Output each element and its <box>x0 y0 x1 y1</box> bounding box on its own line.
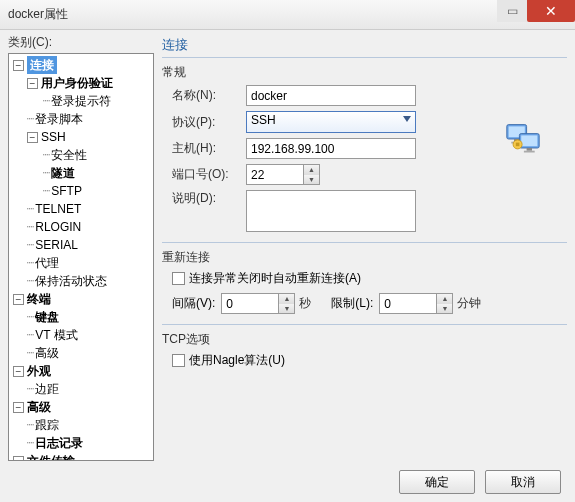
tree-advanced-terminal[interactable]: ┈高级 <box>9 344 153 362</box>
collapse-icon[interactable]: − <box>13 60 24 71</box>
interval-spinner[interactable]: ▲▼ <box>221 293 295 314</box>
svg-rect-5 <box>521 135 537 146</box>
minutes-label: 分钟 <box>457 295 481 312</box>
nagle-checkbox[interactable] <box>172 354 185 367</box>
tree-logging[interactable]: ┈日志记录 <box>9 434 153 452</box>
tcp-title: TCP选项 <box>162 331 567 348</box>
window-title: docker属性 <box>8 6 68 23</box>
tree-user-auth[interactable]: −用户身份验证 <box>9 74 153 92</box>
protocol-label: 协议(P): <box>162 114 246 131</box>
spin-up-icon[interactable]: ▲ <box>279 294 294 304</box>
reconnect-title: 重新连接 <box>162 249 567 266</box>
category-label: 类别(C): <box>8 34 154 51</box>
port-label: 端口号(O): <box>162 166 246 183</box>
tree-terminal[interactable]: −终端 <box>9 290 153 308</box>
close-button[interactable]: ✕ <box>527 0 575 22</box>
tree-ssh[interactable]: −SSH <box>9 128 153 146</box>
limit-label: 限制(L): <box>331 295 373 312</box>
collapse-icon[interactable]: − <box>13 456 24 462</box>
tree-serial[interactable]: ┈SERIAL <box>9 236 153 254</box>
tree-file-transfer[interactable]: −文件传输 <box>9 452 153 461</box>
host-input[interactable] <box>246 138 416 159</box>
tree-sftp[interactable]: ┈SFTP <box>9 182 153 200</box>
collapse-icon[interactable]: − <box>27 78 38 89</box>
auto-reconnect-checkbox[interactable] <box>172 272 185 285</box>
collapse-icon[interactable]: − <box>27 132 38 143</box>
category-tree[interactable]: −连接 −用户身份验证 ┈登录提示符 ┈登录脚本 −SSH ┈安全性 ┈隧道 ┈… <box>8 53 154 461</box>
svg-rect-7 <box>524 151 535 153</box>
description-textarea[interactable] <box>246 190 416 232</box>
seconds-label: 秒 <box>299 295 311 312</box>
spin-down-icon[interactable]: ▼ <box>279 304 294 314</box>
tree-margin[interactable]: ┈边距 <box>9 380 153 398</box>
tree-appearance[interactable]: −外观 <box>9 362 153 380</box>
interval-input[interactable] <box>221 293 279 314</box>
titlebar: docker属性 ▭ ✕ <box>0 0 575 30</box>
chevron-down-icon <box>403 116 411 122</box>
limit-input[interactable] <box>379 293 437 314</box>
tree-login-prompt[interactable]: ┈登录提示符 <box>9 92 153 110</box>
nagle-label: 使用Nagle算法(U) <box>189 352 285 369</box>
general-label: 常规 <box>162 64 567 81</box>
name-label: 名称(N): <box>162 87 246 104</box>
maximize-button[interactable]: ▭ <box>497 0 527 22</box>
name-input[interactable] <box>246 85 416 106</box>
svg-rect-9 <box>516 143 520 147</box>
port-input[interactable] <box>246 164 304 185</box>
cancel-button[interactable]: 取消 <box>485 470 561 494</box>
protocol-select[interactable]: SSH <box>246 111 416 133</box>
panel-title: 连接 <box>162 36 567 58</box>
auto-reconnect-label: 连接异常关闭时自动重新连接(A) <box>189 270 361 287</box>
tree-login-script[interactable]: ┈登录脚本 <box>9 110 153 128</box>
window-buttons: ▭ ✕ <box>497 0 575 22</box>
monitors-icon <box>505 122 541 159</box>
tree-keyboard[interactable]: ┈键盘 <box>9 308 153 326</box>
tree-proxy[interactable]: ┈代理 <box>9 254 153 272</box>
tree-trace[interactable]: ┈跟踪 <box>9 416 153 434</box>
tree-rlogin[interactable]: ┈RLOGIN <box>9 218 153 236</box>
desc-label: 说明(D): <box>162 190 246 207</box>
tree-security[interactable]: ┈安全性 <box>9 146 153 164</box>
spin-down-icon[interactable]: ▼ <box>304 175 319 185</box>
collapse-icon[interactable]: − <box>13 366 24 377</box>
svg-rect-6 <box>527 148 532 151</box>
spin-up-icon[interactable]: ▲ <box>437 294 452 304</box>
collapse-icon[interactable]: − <box>13 402 24 413</box>
interval-label: 间隔(V): <box>172 295 215 312</box>
tree-advanced[interactable]: −高级 <box>9 398 153 416</box>
collapse-icon[interactable]: − <box>13 294 24 305</box>
limit-spinner[interactable]: ▲▼ <box>379 293 453 314</box>
tree-vt-mode[interactable]: ┈VT 模式 <box>9 326 153 344</box>
spin-up-icon[interactable]: ▲ <box>304 165 319 175</box>
ok-button[interactable]: 确定 <box>399 470 475 494</box>
tree-keepalive[interactable]: ┈保持活动状态 <box>9 272 153 290</box>
port-spinner[interactable]: ▲▼ <box>246 164 320 185</box>
tree-telnet[interactable]: ┈TELNET <box>9 200 153 218</box>
tree-tunnel[interactable]: ┈隧道 <box>9 164 153 182</box>
spin-down-icon[interactable]: ▼ <box>437 304 452 314</box>
tree-connection[interactable]: −连接 <box>9 56 153 74</box>
host-label: 主机(H): <box>162 140 246 157</box>
